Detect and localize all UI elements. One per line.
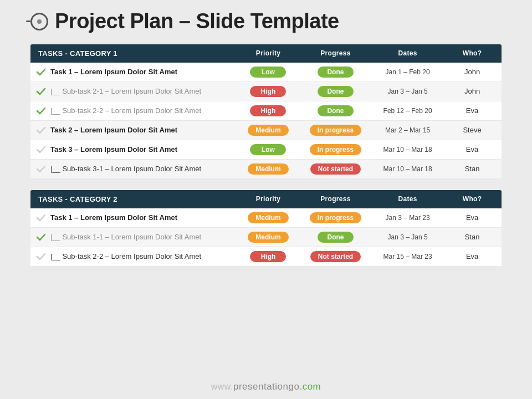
- cat2-col-who: Who?: [443, 190, 502, 208]
- who-cell: John: [443, 63, 502, 82]
- priority-badge: High: [250, 251, 286, 262]
- cat1-col-priority: Priority: [238, 44, 299, 63]
- who-cell: Stan: [443, 227, 502, 247]
- priority-cell: Medium: [238, 159, 299, 178]
- check-icon: [36, 232, 46, 242]
- priority-cell: Low: [238, 63, 299, 82]
- progress-cell: Not started: [299, 159, 372, 178]
- date-text: Jan 3 – Jan 5: [388, 88, 428, 95]
- priority-badge: Low: [250, 66, 286, 78]
- task-text: |__ Sub-task 2-1 – Lorem Ipsum Dolor Sit…: [50, 87, 201, 95]
- date-text: Mar 10 – Mar 18: [383, 165, 432, 173]
- category1-table: TASKS - CATEGORY 1 Priority Progress Dat…: [30, 44, 502, 179]
- who-cell: Eva: [443, 208, 502, 228]
- date-text: Mar 10 – Mar 18: [383, 146, 432, 154]
- priority-badge: Medium: [248, 212, 288, 223]
- check-icon: [36, 213, 46, 223]
- footer-dotcom: .com: [299, 381, 321, 392]
- who-cell: Steve: [443, 120, 502, 140]
- priority-cell: High: [238, 101, 299, 120]
- who-text: Eva: [466, 106, 478, 115]
- table-row: Task 3 – Lorem Ipsum Dolor Sit AmetLowIn…: [30, 140, 502, 159]
- task-cell: |__ Sub-task 1-1 – Lorem Ipsum Dolor Sit…: [30, 227, 238, 247]
- category2-table: TASKS - CATEGORY 2 Priority Progress Dat…: [30, 190, 502, 267]
- progress-cell: In progress: [299, 208, 372, 228]
- header-icon: [30, 13, 48, 30]
- progress-badge: Done: [318, 105, 354, 116]
- who-text: Eva: [466, 252, 478, 260]
- check-icon: [36, 106, 46, 116]
- table-row: Task 1 – Lorem Ipsum Dolor Sit AmetMediu…: [30, 208, 502, 228]
- dates-cell: Jan 3 – Mar 23: [372, 208, 443, 228]
- dates-cell: Mar 15 – Mar 23: [372, 247, 443, 266]
- priority-badge: Medium: [248, 232, 288, 243]
- who-text: John: [464, 68, 480, 76]
- who-text: Eva: [466, 213, 478, 222]
- task-cell: |__ Sub-task 2-2 – Lorem Ipsum Dolor Sit…: [30, 101, 238, 120]
- who-cell: Eva: [443, 101, 502, 120]
- who-cell: Eva: [443, 247, 502, 266]
- check-icon: [36, 86, 46, 96]
- main-content: TASKS - CATEGORY 1 Priority Progress Dat…: [0, 39, 532, 377]
- priority-cell: Medium: [238, 120, 299, 140]
- who-text: Eva: [466, 145, 478, 154]
- priority-badge: Medium: [248, 125, 288, 136]
- cat2-col-priority: Priority: [238, 190, 299, 208]
- progress-cell: In progress: [299, 140, 372, 159]
- date-text: Jan 3 – Jan 5: [388, 233, 428, 241]
- dates-cell: Mar 10 – Mar 18: [372, 159, 443, 178]
- priority-cell: High: [238, 81, 299, 101]
- task-cell: Task 3 – Lorem Ipsum Dolor Sit Amet: [30, 140, 238, 159]
- dates-cell: Jan 3 – Jan 5: [372, 81, 443, 101]
- task-cell: Task 1 – Lorem Ipsum Dolor Sit Amet: [30, 63, 238, 82]
- priority-cell: High: [238, 247, 299, 266]
- cat1-col-progress: Progress: [299, 44, 372, 63]
- check-icon: [36, 164, 46, 174]
- table-row: |__ Sub-task 1-1 – Lorem Ipsum Dolor Sit…: [30, 227, 502, 247]
- progress-cell: In progress: [299, 120, 372, 140]
- who-text: Stan: [465, 233, 480, 241]
- footer: www.presentationgo.com: [0, 377, 532, 399]
- task-cell: |__ Sub-task 2-1 – Lorem Ipsum Dolor Sit…: [30, 81, 238, 101]
- progress-cell: Done: [299, 81, 372, 101]
- priority-badge: High: [250, 86, 286, 97]
- check-icon: [36, 145, 46, 155]
- task-cell: |__ Sub-task 3-1 – Lorem Ipsum Dolor Sit…: [30, 159, 238, 178]
- task-cell: |__ Sub-task 2-2 – Lorem Ipsum Dolor Sit…: [30, 247, 238, 266]
- cat1-header-label: TASKS - CATEGORY 1: [30, 44, 238, 63]
- progress-badge: In progress: [310, 125, 361, 136]
- task-text: |__ Sub-task 3-1 – Lorem Ipsum Dolor Sit…: [50, 165, 201, 173]
- progress-badge: Done: [318, 232, 354, 243]
- dates-cell: Mar 2 – Mar 15: [372, 120, 443, 140]
- page-title: Project Plan – Slide Template: [55, 10, 339, 33]
- date-text: Mar 2 – Mar 15: [385, 126, 430, 134]
- task-text: Task 3 – Lorem Ipsum Dolor Sit Amet: [50, 145, 177, 154]
- cat2-col-progress: Progress: [299, 190, 372, 208]
- task-cell: Task 1 – Lorem Ipsum Dolor Sit Amet: [30, 208, 238, 228]
- header: Project Plan – Slide Template: [0, 0, 532, 39]
- progress-cell: Done: [299, 63, 372, 82]
- priority-badge: Low: [250, 144, 286, 155]
- task-text: |__ Sub-task 2-2 – Lorem Ipsum Dolor Sit…: [50, 106, 201, 115]
- priority-cell: Medium: [238, 227, 299, 247]
- priority-cell: Medium: [238, 208, 299, 228]
- dates-cell: Jan 1 – Feb 20: [372, 63, 443, 82]
- progress-cell: Done: [299, 227, 372, 247]
- page-container: Project Plan – Slide Template TASKS - CA…: [0, 0, 532, 399]
- date-text: Mar 15 – Mar 23: [383, 253, 432, 260]
- progress-badge: Done: [318, 66, 354, 78]
- check-icon: [36, 67, 46, 77]
- footer-www: www.: [211, 382, 233, 391]
- table-row: |__ Sub-task 2-1 – Lorem Ipsum Dolor Sit…: [30, 81, 502, 101]
- dates-cell: Feb 12 – Feb 20: [372, 101, 443, 120]
- date-text: Jan 1 – Feb 20: [386, 68, 430, 76]
- progress-cell: Done: [299, 101, 372, 120]
- progress-badge: In progress: [310, 144, 361, 155]
- task-cell: Task 2 – Lorem Ipsum Dolor Sit Amet: [30, 120, 238, 140]
- table-row: |__ Sub-task 2-2 – Lorem Ipsum Dolor Sit…: [30, 101, 502, 120]
- task-text: |__ Sub-task 2-2 – Lorem Ipsum Dolor Sit…: [50, 252, 201, 260]
- check-icon: [36, 252, 46, 262]
- task-text: |__ Sub-task 1-1 – Lorem Ipsum Dolor Sit…: [50, 233, 201, 241]
- priority-cell: Low: [238, 140, 299, 159]
- priority-badge: High: [250, 105, 286, 116]
